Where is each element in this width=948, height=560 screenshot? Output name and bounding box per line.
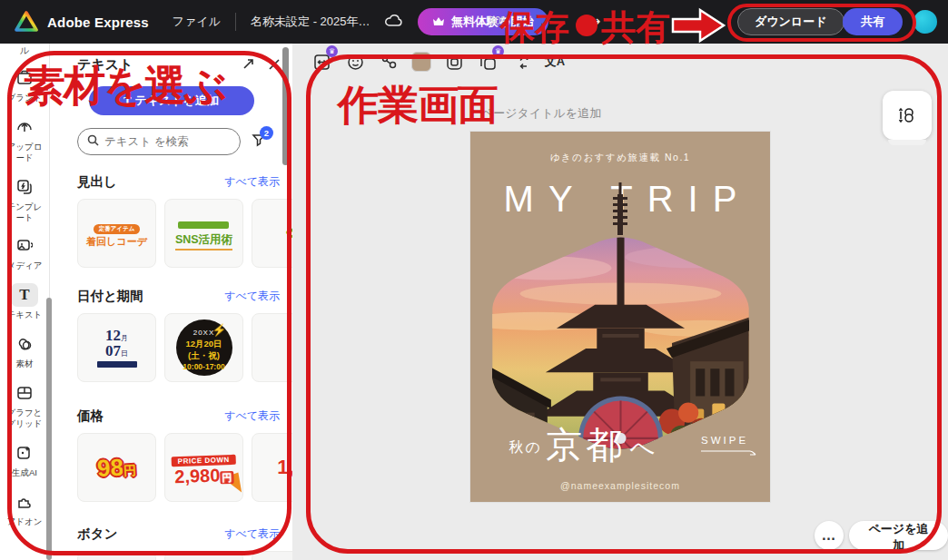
card-badge — [178, 221, 229, 229]
date-cards: 12月 07日 ⚡ 20XX 12月20日(土・祝) 10:00-17:00 1… — [77, 313, 292, 382]
card-text: SNS活用術 — [175, 232, 232, 251]
filter-count-badge: 2 — [260, 126, 273, 140]
button-card[interactable] — [252, 551, 292, 560]
price-card[interactable]: 1,9 — [252, 433, 292, 502]
upload-icon — [11, 115, 38, 139]
section-title-dates: 日付と期間 — [77, 288, 143, 305]
sidebar-item-text[interactable]: T テキスト — [0, 283, 49, 320]
grid-icon — [11, 381, 38, 405]
add-page-button[interactable]: ページを追加 — [849, 521, 948, 550]
price-card[interactable]: 98円 — [77, 433, 156, 502]
date-bar — [97, 361, 137, 368]
page-title-placeholder[interactable]: ページタイトルを追加 — [481, 105, 601, 122]
topbar: Adobe Express ファイル 名称未設定 - 2025年… 無料体験を開… — [0, 0, 948, 44]
date-card[interactable]: 12 AM 10 — [252, 313, 292, 382]
resize-icon[interactable]: ♛ — [311, 51, 332, 73]
card-badge: 定番アイテム — [94, 224, 141, 234]
share-button[interactable]: 共有 — [843, 8, 903, 35]
search-input[interactable] — [104, 135, 222, 148]
layers-button[interactable] — [883, 91, 932, 140]
heading-cards: 定番アイテム 着回しコーデ SNS活用術 ✿ — [77, 199, 292, 268]
section-title-headings: 見出し — [77, 173, 117, 191]
poster-kicker: ゆきのおすすめ旅連載 No.1 — [470, 152, 770, 164]
media-icon — [11, 234, 38, 258]
close-icon[interactable] — [269, 58, 280, 73]
date-card[interactable]: 12月 07日 — [77, 313, 156, 382]
refine-icon[interactable] — [344, 51, 366, 73]
sidebar-item-generative-ai[interactable]: 生成AI — [0, 441, 49, 478]
sidebar-item-addons[interactable]: アドオン — [0, 490, 49, 527]
panel-scrollbar[interactable] — [282, 47, 289, 165]
more-options-button[interactable]: … — [815, 521, 844, 550]
date-card[interactable]: ⚡ 20XX 12月20日(土・祝) 10:00-17:00 — [164, 313, 243, 382]
sidebar-item-brand[interactable]: ブランド — [0, 66, 49, 103]
section-title-buttons: ボタン — [77, 526, 118, 543]
app-title: Adobe Express — [47, 15, 149, 30]
section-title-prices: 価格 — [77, 408, 104, 425]
frame-icon[interactable] — [443, 51, 465, 73]
search-box[interactable] — [77, 128, 241, 155]
button-card[interactable] — [77, 551, 156, 560]
show-all-link[interactable]: すべて表示 — [224, 174, 280, 190]
heading-card[interactable]: SNS活用術 — [164, 199, 243, 268]
crown-icon: ♛ — [492, 45, 504, 57]
generative-ai-icon — [11, 441, 38, 465]
expand-icon[interactable] — [242, 58, 254, 73]
text-panel: テキスト T テキストを追加 2 見出し すべて表示 定番アイテム 着回 — [50, 44, 292, 560]
clipped-rail-label: ル — [0, 44, 49, 54]
crown-icon — [432, 15, 445, 29]
filter-icon[interactable]: 2 — [252, 133, 266, 151]
poster-swipe: SWIPE — [701, 435, 757, 457]
price-cards: 98円 PRICE DOWN 2,980円 1,9 — [77, 433, 292, 502]
shuffle-icon[interactable] — [510, 51, 532, 73]
background-color-swatch[interactable] — [411, 52, 431, 72]
rail-scrollbar[interactable] — [46, 298, 52, 560]
template-icon — [11, 175, 38, 199]
avatar[interactable] — [913, 10, 937, 34]
canvas-toolbar: ♛ ♛ 文A — [311, 51, 566, 73]
chevron-down-icon: ⌄ — [514, 15, 523, 27]
search-icon — [87, 133, 99, 150]
file-menu[interactable]: ファイル — [173, 14, 221, 30]
poster-caption: 秋の 京都 へ — [470, 420, 696, 470]
redo-icon[interactable]: ↪ — [588, 13, 600, 30]
animate-icon[interactable] — [378, 51, 400, 73]
sidebar-item-upload[interactable]: アップロード — [0, 115, 49, 163]
elements-icon — [11, 332, 38, 356]
canvas-area[interactable]: ♛ ♛ 文A ページタイトルを追加 ゆきのおすすめ旅連載 No.1 MY TRI… — [292, 44, 948, 560]
text-icon: T — [11, 283, 38, 307]
lightning-icon: ⚡ — [212, 323, 226, 337]
divider — [235, 13, 236, 31]
duplicate-icon[interactable]: ♛ — [477, 51, 499, 73]
button-card[interactable] — [164, 551, 243, 560]
panel-title: テキスト — [77, 56, 133, 74]
sidebar-rail: ル ブランド アップロード テンプレート メディア T テキスト 素材 — [0, 44, 50, 560]
heading-card[interactable]: 定番アイテム 着回しコーデ — [77, 199, 156, 268]
download-button[interactable]: ダウンロード — [737, 8, 844, 35]
card-text: 着回しコーデ — [86, 235, 147, 249]
zoom-control[interactable]: 30%⌄ — [489, 15, 523, 27]
leaf-icon: ✿ — [286, 226, 292, 241]
show-all-link[interactable]: すべて表示 — [224, 408, 280, 424]
crown-icon: ♛ — [326, 45, 338, 57]
free-trial-button[interactable]: 無料体験を開始 — [418, 8, 548, 35]
pagoda-spire — [608, 182, 632, 235]
sidebar-item-templates[interactable]: テンプレート — [0, 175, 49, 223]
show-all-link[interactable]: すべて表示 — [224, 526, 280, 542]
sidebar-item-media[interactable]: メディア — [0, 234, 49, 271]
translate-icon[interactable]: 文A — [544, 51, 566, 73]
button-cards — [77, 551, 292, 560]
price-card[interactable]: PRICE DOWN 2,980円 — [164, 433, 243, 502]
document-title[interactable]: 名称未設定 - 2025年… — [251, 14, 369, 30]
sidebar-item-grids[interactable]: グラフとグリッド — [0, 381, 49, 429]
addons-icon — [11, 490, 38, 514]
cloud-sync-icon — [385, 14, 403, 31]
heading-card[interactable]: ✿ — [252, 199, 292, 268]
brand-icon — [11, 66, 38, 90]
show-all-link[interactable]: すべて表示 — [224, 289, 280, 304]
add-text-button[interactable]: T テキストを追加 — [89, 86, 254, 115]
sidebar-item-elements[interactable]: 素材 — [0, 332, 49, 369]
design-page[interactable]: ゆきのおすすめ旅連載 No.1 MY TRIP — [470, 132, 770, 502]
poster-handle: @nameexamplesitecom — [470, 480, 770, 491]
adobe-express-logo[interactable] — [15, 11, 38, 33]
